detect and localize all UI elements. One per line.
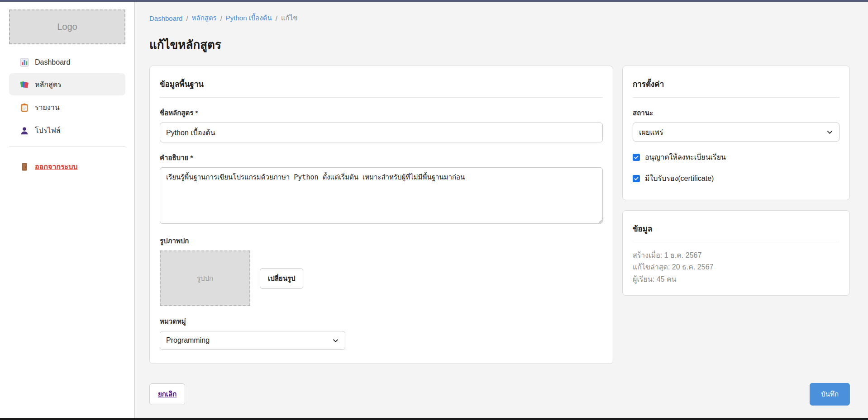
sidebar-item-reports[interactable]: รายงาน <box>9 96 125 118</box>
course-name-label: ชื่อหลักสูตร * <box>160 108 603 118</box>
status-select[interactable]: เผยแพร่ <box>633 123 839 142</box>
breadcrumb-link-course[interactable]: Python เบื้องต้น <box>226 13 272 24</box>
page-title: แก้ไขหลักสูตร <box>149 35 850 54</box>
category-select[interactable]: Programming <box>160 331 345 350</box>
right-column: การตั้งค่า สถานะ เผยแพร่ อนุญาตให้ <box>622 66 850 296</box>
category-group: หมวดหมู่ Programming <box>160 316 603 350</box>
basic-info-card: ข้อมูลพื้นฐาน ชื่อหลักสูตร * คำอธิบาย * … <box>149 66 613 364</box>
certificate-label: มีใบรับรอง(certificate) <box>645 173 714 184</box>
info-title: ข้อมูล <box>633 220 839 235</box>
door-icon <box>20 162 29 171</box>
category-label: หมวดหมู่ <box>160 316 603 327</box>
person-icon <box>20 126 29 135</box>
breadcrumb-link-dashboard[interactable]: Dashboard <box>149 14 182 22</box>
description-group: คำอธิบาย * เรียนรู้พื้นฐานการเขียนโปรแกร… <box>160 152 603 226</box>
course-name-group: ชื่อหลักสูตร * <box>160 108 603 142</box>
cover-image-label: รูปภาพปก <box>160 236 603 246</box>
info-learners: ผู้เรียน: 45 คน <box>633 274 839 285</box>
logo-text: Logo <box>57 22 77 32</box>
check-icon <box>634 176 639 181</box>
certificate-row: มีใบรับรอง(certificate) <box>633 173 839 184</box>
certificate-checkbox[interactable] <box>633 175 640 182</box>
cover-image-placeholder: รูปปก <box>160 250 250 306</box>
status-label: สถานะ <box>633 108 839 118</box>
info-card: ข้อมูล สร้างเมื่อ: 1 ธ.ค. 2567 แก้ไขล่าส… <box>622 210 850 296</box>
cover-image-group: รูปภาพปก รูปปก เปลี่ยนรูป <box>160 236 603 306</box>
course-name-input[interactable] <box>160 123 603 142</box>
action-row: ยกเลิก บันทึก <box>149 383 850 406</box>
description-textarea[interactable]: เรียนรู้พื้นฐานการเขียนโปรแกรมด้วยภาษา P… <box>160 167 603 224</box>
chevron-down-icon <box>332 337 339 344</box>
cancel-button[interactable]: ยกเลิก <box>149 383 185 405</box>
sidebar-item-courses[interactable]: หลักสูตร <box>9 73 125 95</box>
allow-enroll-label: อนุญาตให้ลงทะเบียนเรียน <box>645 151 726 163</box>
sidebar-item-profile[interactable]: โปรไฟล์ <box>9 119 125 142</box>
change-image-button[interactable]: เปลี่ยนรูป <box>260 268 303 289</box>
logout-label: ออกจากระบบ <box>35 161 77 172</box>
allow-enroll-checkbox[interactable] <box>633 154 640 161</box>
description-label: คำอธิบาย * <box>160 152 603 163</box>
sidebar: Logo Dashboard หลักสูตร รายงาน โปรไฟล์ <box>0 2 135 418</box>
check-icon <box>634 155 639 160</box>
info-created: สร้างเมื่อ: 1 ธ.ค. 2567 <box>633 250 839 261</box>
breadcrumb-separator: / <box>276 14 277 22</box>
sidebar-item-label: โปรไฟล์ <box>35 125 61 136</box>
logout-link[interactable]: ออกจากระบบ <box>9 156 125 178</box>
breadcrumb-current: แก้ไข <box>281 13 298 24</box>
info-body: สร้างเมื่อ: 1 ธ.ค. 2567 แก้ไขล่าสุด: 20 … <box>633 250 839 285</box>
basic-info-title: ข้อมูลพื้นฐาน <box>160 75 603 90</box>
sidebar-divider <box>9 146 125 146</box>
logo-placeholder: Logo <box>9 9 125 44</box>
sidebar-item-dashboard[interactable]: Dashboard <box>9 52 125 72</box>
breadcrumb-separator: / <box>220 14 222 22</box>
clipboard-icon <box>20 103 29 112</box>
card-title-divider <box>160 97 603 98</box>
card-title-divider <box>633 242 839 242</box>
breadcrumb: Dashboard / หลักสูตร / Python เบื้องต้น … <box>149 13 850 24</box>
sidebar-item-label: Dashboard <box>35 58 70 66</box>
books-icon <box>20 80 29 89</box>
app-layout: Logo Dashboard หลักสูตร รายงาน โปรไฟล์ <box>0 2 868 418</box>
cancel-button-label: ยกเลิก <box>158 389 176 400</box>
main-content: Dashboard / หลักสูตร / Python เบื้องต้น … <box>135 2 868 418</box>
allow-enroll-row: อนุญาตให้ลงทะเบียนเรียน <box>633 151 839 163</box>
sidebar-item-label: รายงาน <box>35 102 60 113</box>
chevron-down-icon <box>826 129 833 136</box>
info-modified: แก้ไขล่าสุด: 20 ธ.ค. 2567 <box>633 261 839 273</box>
status-group: สถานะ เผยแพร่ <box>633 108 839 142</box>
breadcrumb-separator: / <box>186 14 188 22</box>
breadcrumb-link-courses[interactable]: หลักสูตร <box>192 13 217 24</box>
settings-card: การตั้งค่า สถานะ เผยแพร่ อนุญาตให้ <box>622 66 850 200</box>
cover-row: รูปปก เปลี่ยนรูป <box>160 250 603 306</box>
save-button[interactable]: บันทึก <box>810 383 850 406</box>
status-select-value: เผยแพร่ <box>639 127 663 138</box>
content-row: ข้อมูลพื้นฐาน ชื่อหลักสูตร * คำอธิบาย * … <box>149 66 850 364</box>
bottom-window-edge <box>0 418 868 420</box>
card-title-divider <box>633 97 839 98</box>
sidebar-item-label: หลักสูตร <box>35 79 62 90</box>
bar-chart-icon <box>20 58 29 67</box>
settings-title: การตั้งค่า <box>633 75 839 90</box>
cover-placeholder-text: รูปปก <box>197 273 213 284</box>
category-select-value: Programming <box>166 336 210 344</box>
sidebar-nav: Dashboard หลักสูตร รายงาน โปรไฟล์ <box>9 52 125 142</box>
